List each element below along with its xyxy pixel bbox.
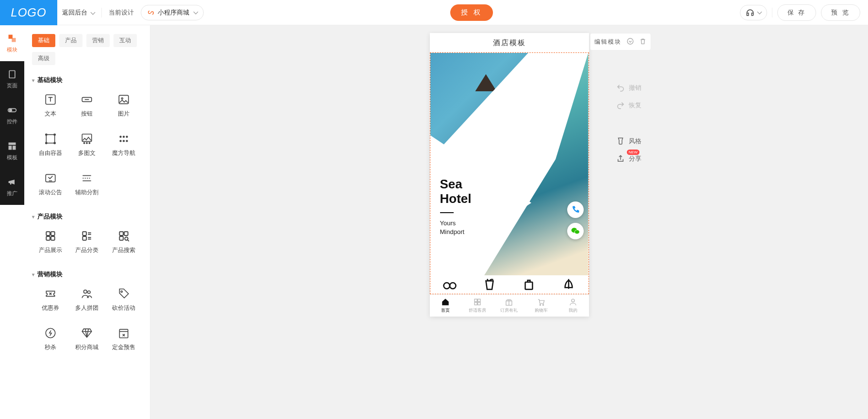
svg-point-16 bbox=[46, 142, 47, 144]
svg-point-53 bbox=[627, 38, 633, 44]
comp-groupbuy[interactable]: 多人拼团 bbox=[69, 283, 106, 317]
float-wechat-button[interactable] bbox=[567, 223, 584, 239]
svg-rect-43 bbox=[124, 232, 128, 235]
comp-multiimage[interactable]: 多图文 bbox=[69, 128, 106, 162]
comp-text[interactable]: 文本 bbox=[32, 88, 69, 123]
hero-module[interactable]: Sea Hotel Yours Mindport bbox=[430, 53, 589, 294]
delete-icon[interactable] bbox=[639, 37, 647, 47]
undo-button[interactable]: 撤销 bbox=[616, 84, 641, 92]
preview-button[interactable]: 预 览 bbox=[821, 4, 860, 21]
tab-advanced[interactable]: 高级 bbox=[32, 52, 55, 65]
back-button[interactable]: 返回后台 bbox=[62, 8, 95, 17]
comp-button[interactable]: 按钮 bbox=[69, 88, 106, 123]
tab-interactive[interactable]: 互动 bbox=[114, 34, 137, 47]
svg-point-21 bbox=[89, 143, 90, 144]
comp-divider[interactable]: 辅助分割 bbox=[69, 167, 106, 201]
image-icon bbox=[117, 93, 130, 106]
svg-rect-39 bbox=[83, 236, 87, 240]
comp-container[interactable]: 自由容器 bbox=[32, 128, 69, 162]
divider bbox=[101, 8, 102, 17]
comp-points[interactable]: 积分商城 bbox=[69, 322, 106, 356]
rail-controls[interactable]: 控件 bbox=[0, 97, 24, 133]
goggles-icon bbox=[442, 277, 457, 292]
user-icon bbox=[569, 298, 577, 306]
hero-nav-icons bbox=[430, 275, 589, 294]
home-icon bbox=[441, 298, 450, 306]
comp-presale[interactable]: 定金预售 bbox=[105, 322, 142, 356]
style-icon bbox=[616, 137, 625, 146]
hero-image-top bbox=[430, 53, 528, 159]
move-down-icon[interactable] bbox=[626, 37, 634, 47]
comp-bargain[interactable]: 砍价活动 bbox=[105, 283, 142, 317]
svg-point-65 bbox=[540, 304, 540, 305]
comp-product-category[interactable]: 产品分类 bbox=[69, 225, 106, 259]
tabbar-home[interactable]: 首页 bbox=[430, 295, 462, 317]
comp-coupon[interactable]: 优惠券 bbox=[32, 283, 69, 317]
tab-marketing[interactable]: 营销 bbox=[86, 34, 110, 47]
comp-product-search[interactable]: 产品搜索 bbox=[105, 225, 142, 259]
float-phone-button[interactable] bbox=[567, 201, 584, 218]
section-basic[interactable]: ▾基础模块 bbox=[32, 76, 142, 84]
grid-icon bbox=[117, 133, 130, 145]
coupon-icon bbox=[44, 287, 57, 300]
rail-modules[interactable]: 模块 bbox=[0, 25, 24, 61]
svg-rect-51 bbox=[119, 329, 128, 337]
phone-body[interactable]: Sea Hotel Yours Mindport bbox=[430, 52, 589, 294]
share-button[interactable]: 分享 NEW bbox=[616, 154, 641, 163]
topbar: LOGO 返回后台 当前设计 小程序商城 授 权 保 存 预 览 bbox=[0, 0, 868, 25]
svg-point-67 bbox=[572, 299, 574, 302]
hero-sub-2: Mindport bbox=[440, 228, 472, 236]
comp-flash[interactable]: 秒杀 bbox=[32, 322, 69, 356]
text-icon bbox=[44, 93, 57, 106]
logo: LOGO bbox=[0, 0, 57, 25]
section-marketing[interactable]: ▾营销模块 bbox=[32, 270, 142, 279]
miniprogram-icon bbox=[147, 9, 155, 17]
tabbar-gift[interactable]: 订房有礼 bbox=[493, 295, 525, 317]
tab-basic[interactable]: 基础 bbox=[32, 34, 55, 47]
luggage-icon bbox=[522, 277, 536, 292]
support-button[interactable] bbox=[740, 5, 767, 20]
svg-rect-36 bbox=[83, 232, 87, 235]
drink-icon bbox=[482, 277, 497, 292]
phone-preview: 酒店模板 编辑模块 Sea Hotel Yours bbox=[430, 33, 589, 317]
svg-point-23 bbox=[123, 136, 125, 138]
redo-button[interactable]: 恢复 bbox=[616, 101, 641, 110]
section-product[interactable]: ▾产品模块 bbox=[32, 212, 142, 221]
grid4-icon bbox=[44, 230, 57, 242]
svg-rect-59 bbox=[475, 299, 477, 302]
toggle-icon bbox=[7, 105, 17, 115]
auth-button[interactable]: 授 权 bbox=[450, 4, 493, 21]
share-icon bbox=[616, 154, 625, 163]
svg-point-19 bbox=[84, 143, 85, 144]
svg-rect-13 bbox=[46, 134, 54, 143]
svg-point-55 bbox=[574, 230, 579, 234]
svg-point-57 bbox=[450, 283, 456, 289]
comp-magicnav[interactable]: 魔方导航 bbox=[105, 128, 142, 162]
tab-product[interactable]: 产品 bbox=[59, 34, 82, 47]
rail-pages[interactable]: 页面 bbox=[0, 61, 24, 97]
gallery-icon bbox=[81, 133, 93, 145]
canvas[interactable]: 酒店模板 编辑模块 Sea Hotel Yours bbox=[150, 25, 868, 419]
search-grid-icon bbox=[117, 230, 130, 242]
tabbar-mine[interactable]: 我的 bbox=[557, 295, 589, 317]
svg-point-49 bbox=[121, 291, 122, 292]
save-button[interactable]: 保 存 bbox=[777, 4, 817, 21]
rail-promote[interactable]: 推广 bbox=[0, 169, 24, 205]
edit-module-button[interactable]: 编辑模块 bbox=[594, 38, 622, 46]
design-selector[interactable]: 小程序商城 bbox=[141, 5, 204, 20]
comp-image[interactable]: 图片 bbox=[105, 88, 142, 123]
rooms-icon bbox=[473, 298, 482, 306]
tabbar-rooms[interactable]: 舒适客房 bbox=[461, 295, 493, 317]
group-icon bbox=[81, 287, 93, 300]
tabbar-cart[interactable]: 购物车 bbox=[525, 295, 557, 317]
style-button[interactable]: 风格 bbox=[616, 137, 641, 146]
gift-icon bbox=[505, 298, 513, 306]
comp-product-display[interactable]: 产品展示 bbox=[32, 225, 69, 259]
rail-templates[interactable]: 模板 bbox=[0, 133, 24, 169]
svg-rect-62 bbox=[478, 302, 480, 305]
svg-point-27 bbox=[126, 140, 128, 142]
svg-point-4 bbox=[9, 109, 12, 111]
divider-icon bbox=[81, 172, 93, 184]
comp-marquee[interactable]: 滚动公告 bbox=[32, 167, 69, 201]
svg-point-20 bbox=[86, 143, 87, 144]
